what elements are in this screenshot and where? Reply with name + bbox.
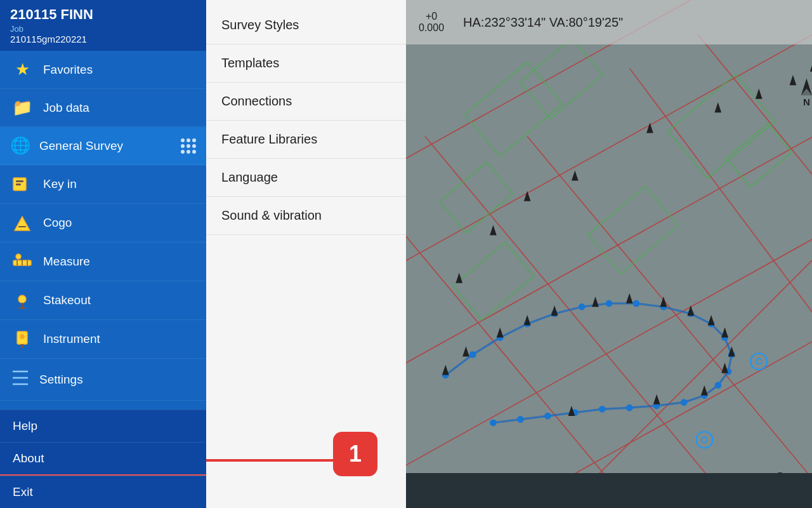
svg-point-9 [16,254,21,259]
key-in-icon [10,174,34,194]
svg-point-15 [20,334,25,339]
svg-point-46 [606,300,613,307]
help-label: Help [13,419,37,432]
svg-marker-3 [15,217,30,231]
stakeout-icon [10,290,34,311]
svg-point-41 [469,351,476,358]
sidebar-item-stakeout[interactable]: Stakeout [0,281,206,320]
sidebar-item-key-in[interactable]: Key in [0,165,206,204]
cogo-icon [10,213,34,233]
submenu-panel: Survey Styles Templates Connections Feat… [206,0,406,508]
sidebar-nav: ★ Favorites 📁 Job data 🌐 General Survey [0,51,206,410]
help-item[interactable]: Help [0,410,206,442]
settings-label: Settings [39,373,196,387]
about-item[interactable]: About [0,442,206,476]
map-header: +0 0.000 HA:232°33'14" VA:80°19'25" [406,0,812,44]
sidebar-item-instrument[interactable]: Instrument [0,320,206,359]
sidebar-item-general-survey[interactable]: 🌐 General Survey [0,127,206,165]
submenu-connections[interactable]: Connections [206,83,406,121]
coords-bottom: 0.000 [419,22,444,34]
star-icon: ★ [10,60,34,79]
map-coords: +0 0.000 [419,11,444,34]
map-bottom-bar [406,473,812,508]
svg-point-10 [18,295,26,303]
app-title: 210115 FINN [10,6,196,23]
connections-label: Connections [221,94,292,108]
grid-icon [181,138,196,154]
map-area: +0 0.000 HA:232°33'14" VA:80°19'25" [406,0,812,508]
submenu-feature-libraries[interactable]: Feature Libraries [206,121,406,159]
favorites-label: Favorites [43,63,196,77]
sidebar: 210115 FINN Job 210115gm220221 ★ Favorit… [0,0,206,508]
cogo-label: Cogo [43,216,196,230]
instrument-label: Instrument [43,332,196,346]
submenu-language[interactable]: Language [206,159,406,197]
svg-point-47 [633,300,640,307]
key-in-label: Key in [43,177,196,191]
sound-vibration-label: Sound & vibration [221,208,322,222]
app-container: 210115 FINN Job 210115gm220221 ★ Favorit… [0,0,812,508]
settings-icon [10,368,30,391]
submenu-survey-styles[interactable]: Survey Styles [206,6,406,44]
submenu-templates[interactable]: Templates [206,44,406,83]
sidebar-item-job-data[interactable]: 📁 Job data [0,89,206,127]
svg-point-59 [599,406,606,413]
svg-point-54 [714,382,721,389]
svg-text:N: N [803,97,810,107]
svg-point-56 [681,399,688,406]
sidebar-item-cogo[interactable]: Cogo [0,204,206,243]
svg-point-62 [517,416,524,423]
exit-label: Exit [13,485,33,498]
stakeout-label: Stakeout [43,293,196,307]
templates-label: Templates [221,56,279,70]
instrument-icon [10,329,34,349]
sidebar-header: 210115 FINN Job 210115gm220221 [0,0,206,51]
job-label: Job [10,24,196,34]
sidebar-bottom: Help About Exit [0,410,206,508]
about-label: About [13,451,44,465]
svg-point-58 [626,404,633,411]
sidebar-item-favorites[interactable]: ★ Favorites [0,51,206,89]
general-survey-label: General Survey [39,139,172,153]
globe-icon: 🌐 [10,136,30,156]
svg-rect-14 [21,344,23,348]
svg-point-45 [579,304,586,311]
svg-rect-2 [16,184,21,185]
measure-icon [10,251,34,272]
exit-item[interactable]: Exit [0,476,206,508]
map-angle: HA:232°33'14" VA:80°19'25" [463,15,623,30]
folder-icon: 📁 [10,98,34,117]
job-id: 210115gm220221 [10,34,196,44]
survey-styles-label: Survey Styles [221,18,299,32]
feature-libraries-label: Feature Libraries [221,132,317,146]
svg-point-63 [490,419,497,426]
job-data-label: Job data [43,101,196,115]
sidebar-item-measure[interactable]: Measure [0,243,206,281]
measure-label: Measure [43,255,196,269]
submenu-sound-vibration[interactable]: Sound & vibration [206,197,406,235]
coords-top: +0 [426,11,437,22]
language-label: Language [221,170,278,184]
svg-point-61 [544,413,551,420]
map-canvas[interactable]: N 5m ⊕ [406,0,812,508]
sidebar-item-settings[interactable]: Settings [0,359,206,401]
svg-rect-1 [16,180,23,182]
